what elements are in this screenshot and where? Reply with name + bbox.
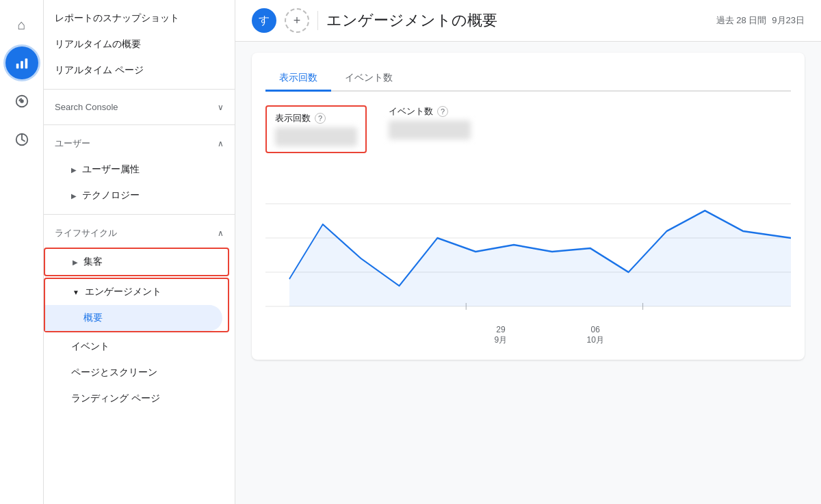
metric-views-label-row: 表示回数 ? xyxy=(275,112,357,124)
chart-card: 表示回数 イベント数 表示回数 ? xyxy=(252,53,805,360)
sidebar: レポートのスナップショット リアルタイムの概要 リアルタイム ページ Searc… xyxy=(44,0,235,504)
svg-rect-1 xyxy=(21,61,23,68)
page-title: エンゲージメントの概要 xyxy=(326,10,708,31)
metric-views-value xyxy=(275,127,357,146)
sidebar-item-acquisition[interactable]: ▶ 集客 xyxy=(45,249,222,275)
user-attributes-label: ユーザー属性 xyxy=(82,163,140,176)
metric-views: 表示回数 ? xyxy=(265,105,367,153)
x-label-sept-text: 9月 xyxy=(495,334,508,346)
user-section-header[interactable]: ユーザー ∧ xyxy=(44,131,235,157)
svg-rect-0 xyxy=(16,64,18,68)
header-divider xyxy=(317,11,318,30)
events-help-icon[interactable]: ? xyxy=(437,106,448,117)
chart-svg xyxy=(265,170,791,320)
top-header: す + エンゲージメントの概要 過去 28 日間 9月23日 xyxy=(235,0,821,42)
date-range: 過去 28 日間 9月23日 xyxy=(716,14,805,27)
x-label-06: 06 xyxy=(590,325,599,334)
x-label-oct-text: 10月 xyxy=(586,334,603,346)
realtime-overview-label: リアルタイムの概要 xyxy=(55,38,141,51)
avatar[interactable]: す xyxy=(252,8,276,33)
search-console-chevron: ∨ xyxy=(218,103,224,112)
events-label: イベント xyxy=(71,341,109,353)
metrics-row: 表示回数 ? イベント数 ? xyxy=(265,105,791,153)
landing-page-label: ランディング ページ xyxy=(71,393,160,405)
overview-label: 概要 xyxy=(83,312,103,324)
chart-container: 29 9月 06 10月 xyxy=(265,170,791,346)
explore-icon[interactable] xyxy=(5,85,38,118)
home-icon[interactable]: ⌂ xyxy=(5,8,38,41)
metric-views-label: 表示回数 xyxy=(275,112,311,124)
content-area: 表示回数 イベント数 表示回数 ? xyxy=(235,42,821,504)
lifecycle-section-header[interactable]: ライフサイクル ∧ xyxy=(44,220,235,246)
user-section-chevron: ∧ xyxy=(218,139,224,148)
sidebar-item-engagement[interactable]: ▼ エンゲージメント xyxy=(45,279,222,305)
acquisition-label: 集客 xyxy=(83,256,103,268)
realtime-page-label: リアルタイム ページ xyxy=(55,64,144,77)
pages-screens-label: ページとスクリーン xyxy=(71,367,157,379)
x-label-sept: 29 9月 xyxy=(495,325,508,346)
tab-views[interactable]: 表示回数 xyxy=(265,66,331,92)
sidebar-divider-3 xyxy=(44,214,235,215)
date-end-label: 9月23日 xyxy=(772,14,805,27)
sidebar-item-realtime-page[interactable]: リアルタイム ページ xyxy=(44,57,229,83)
engagement-highlight: ▼ エンゲージメント 概要 xyxy=(44,278,229,332)
lifecycle-label: ライフサイクル xyxy=(55,227,117,239)
icon-rail: ⌂ xyxy=(0,0,44,504)
svg-marker-10 xyxy=(289,211,791,306)
tab-views-label: 表示回数 xyxy=(279,72,317,83)
search-console-label: Search Console xyxy=(55,102,118,112)
sidebar-item-events[interactable]: イベント xyxy=(44,334,229,360)
sidebar-divider-2 xyxy=(44,124,235,125)
views-help-icon[interactable]: ? xyxy=(315,113,326,124)
snapshot-label: レポートのスナップショット xyxy=(55,12,179,25)
metric-events-label: イベント数 xyxy=(389,105,433,118)
sidebar-item-landing-page[interactable]: ランディング ページ xyxy=(44,386,229,412)
svg-rect-2 xyxy=(25,59,27,69)
arrow-icon-tech: ▶ xyxy=(71,192,77,200)
tab-events[interactable]: イベント数 xyxy=(331,66,406,92)
arrow-icon-acquisition: ▶ xyxy=(73,258,78,266)
advertising-icon[interactable] xyxy=(5,123,38,156)
lifecycle-chevron: ∧ xyxy=(218,228,224,238)
sidebar-item-pages-screens[interactable]: ページとスクリーン xyxy=(44,360,229,386)
user-section-label: ユーザー xyxy=(55,137,90,150)
tab-events-label: イベント数 xyxy=(345,72,393,83)
x-label-oct: 06 10月 xyxy=(586,325,603,346)
arrow-icon-engagement: ▼ xyxy=(73,289,79,296)
sidebar-item-realtime-overview[interactable]: リアルタイムの概要 xyxy=(44,31,229,57)
metric-events-label-row: イベント数 ? xyxy=(389,105,471,118)
technology-label: テクノロジー xyxy=(82,189,140,202)
sidebar-item-overview[interactable]: 概要 xyxy=(45,305,222,331)
add-view-button[interactable]: + xyxy=(285,8,309,33)
sidebar-item-technology[interactable]: ▶ テクノロジー xyxy=(44,183,229,209)
sidebar-divider-1 xyxy=(44,89,235,90)
svg-point-4 xyxy=(21,100,23,103)
reports-icon[interactable] xyxy=(5,47,38,79)
sidebar-item-snapshot[interactable]: レポートのスナップショット xyxy=(44,5,229,31)
arrow-icon-user-attr: ▶ xyxy=(71,166,77,174)
engagement-label: エンゲージメント xyxy=(85,286,161,298)
chart-x-labels: 29 9月 06 10月 xyxy=(265,322,791,346)
search-console-section[interactable]: Search Console ∨ xyxy=(44,95,235,119)
date-range-label: 過去 28 日間 xyxy=(716,14,767,27)
main-content: す + エンゲージメントの概要 過去 28 日間 9月23日 表示回数 イベント… xyxy=(235,0,821,504)
acquisition-highlight: ▶ 集客 xyxy=(44,248,229,276)
metric-events-value xyxy=(389,120,471,140)
metric-events: イベント数 ? xyxy=(389,105,471,153)
chart-tabs: 表示回数 イベント数 xyxy=(265,66,791,92)
x-label-29: 29 xyxy=(496,325,505,334)
sidebar-item-user-attributes[interactable]: ▶ ユーザー属性 xyxy=(44,157,229,183)
